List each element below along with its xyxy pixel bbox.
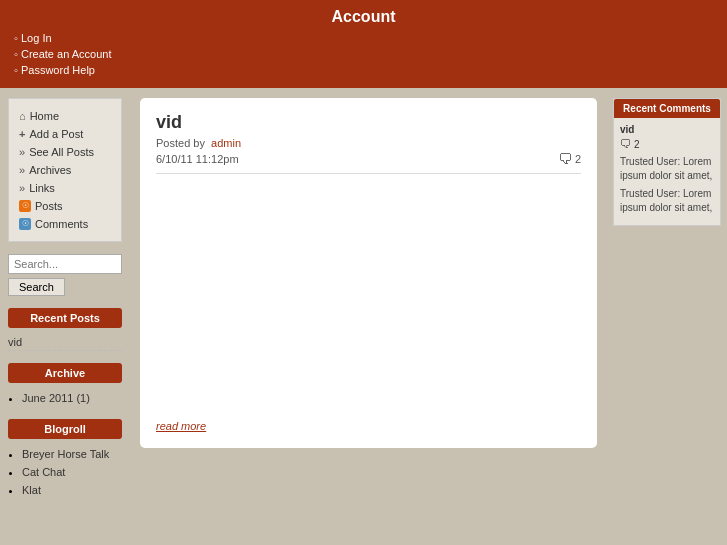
right-sidebar: Recent Comments vid 🗨 2 Trusted User: Lo…: [607, 88, 727, 521]
nav-box: ⌂ Home + Add a Post » See All Posts » Ar…: [8, 98, 122, 242]
header-menu: Log In Create an Account Password Help: [14, 30, 713, 78]
posted-by-label: Posted by: [156, 137, 205, 149]
sidebar-item-home[interactable]: ⌂ Home: [19, 107, 111, 125]
archive-title: Archive: [8, 363, 122, 383]
recent-posts-title: Recent Posts: [8, 308, 122, 328]
guillemet-icon: »: [19, 143, 25, 161]
recent-posts-section: Recent Posts vid: [8, 308, 122, 351]
blogroll-item-2[interactable]: Klat: [22, 481, 122, 499]
header: Account Log In Create an Account Passwor…: [0, 0, 727, 88]
rc-comment-0: Trusted User: Lorem ipsum dolor sit amet…: [620, 155, 714, 183]
blogroll-list: Breyer Horse Talk Cat Chat Klat: [8, 445, 122, 499]
recent-comments-box: Recent Comments vid 🗨 2 Trusted User: Lo…: [613, 98, 721, 226]
read-more-link[interactable]: read more: [156, 420, 206, 432]
sidebar-item-add-post[interactable]: + Add a Post: [19, 125, 111, 143]
comment-count-value: 2: [575, 153, 581, 165]
comment-count-area: 🗨 2: [558, 151, 581, 167]
rss-icon: ☉: [19, 200, 31, 212]
post-date: 6/10/11 11:12pm: [156, 153, 239, 165]
search-input[interactable]: [8, 254, 122, 274]
archive-item[interactable]: June 2011 (1): [22, 389, 122, 407]
archive-list: June 2011 (1): [8, 389, 122, 407]
rc-count-value: 2: [634, 139, 640, 150]
rc-comment-1: Trusted User: Lorem ipsum dolor sit amet…: [620, 187, 714, 215]
left-sidebar: ⌂ Home + Add a Post » See All Posts » Ar…: [0, 88, 130, 521]
sidebar-item-see-all-posts[interactable]: » See All Posts: [19, 143, 111, 161]
guillemet-icon-3: »: [19, 179, 25, 197]
blogroll-item-1[interactable]: Cat Chat: [22, 463, 122, 481]
main-content: vid Posted by admin 6/10/11 11:12pm 🗨 2 …: [130, 88, 607, 521]
header-menu-item-login[interactable]: Log In: [14, 30, 713, 46]
blogroll-section: Blogroll Breyer Horse Talk Cat Chat Klat: [8, 419, 122, 499]
post-meta: Posted by admin: [156, 137, 581, 149]
recent-comments-content: vid 🗨 2 Trusted User: Lorem ipsum dolor …: [614, 118, 720, 225]
home-icon: ⌂: [19, 107, 26, 125]
rc-comment-count: 🗨 2: [620, 137, 714, 151]
plus-icon: +: [19, 125, 25, 143]
bb-icon: ☉: [19, 218, 31, 230]
sidebar-item-archives[interactable]: » Archives: [19, 161, 111, 179]
main-layout: ⌂ Home + Add a Post » See All Posts » Ar…: [0, 88, 727, 521]
sidebar-item-links[interactable]: » Links: [19, 179, 111, 197]
sidebar-item-comments[interactable]: ☉ Comments: [19, 215, 111, 233]
site-title: Account: [14, 8, 713, 26]
recent-post-item[interactable]: vid: [8, 334, 122, 351]
post-date-line: 6/10/11 11:12pm 🗨 2: [156, 151, 581, 174]
header-menu-item-password[interactable]: Password Help: [14, 62, 713, 78]
sidebar-nav: ⌂ Home + Add a Post » See All Posts » Ar…: [19, 107, 111, 233]
rc-comment-icon: 🗨: [620, 137, 632, 151]
search-area: Search: [8, 254, 122, 296]
blogroll-title: Blogroll: [8, 419, 122, 439]
recent-comments-title: Recent Comments: [614, 99, 720, 118]
comment-icon: 🗨: [558, 151, 572, 167]
archive-section: Archive June 2011 (1): [8, 363, 122, 407]
blogroll-item-0[interactable]: Breyer Horse Talk: [22, 445, 122, 463]
post-title: vid: [156, 112, 581, 133]
header-menu-item-create[interactable]: Create an Account: [14, 46, 713, 62]
post-author[interactable]: admin: [211, 137, 241, 149]
search-button[interactable]: Search: [8, 278, 65, 296]
post-card: vid Posted by admin 6/10/11 11:12pm 🗨 2 …: [140, 98, 597, 448]
guillemet-icon-2: »: [19, 161, 25, 179]
sidebar-item-posts[interactable]: ☉ Posts: [19, 197, 111, 215]
rc-post-title: vid: [620, 124, 714, 135]
